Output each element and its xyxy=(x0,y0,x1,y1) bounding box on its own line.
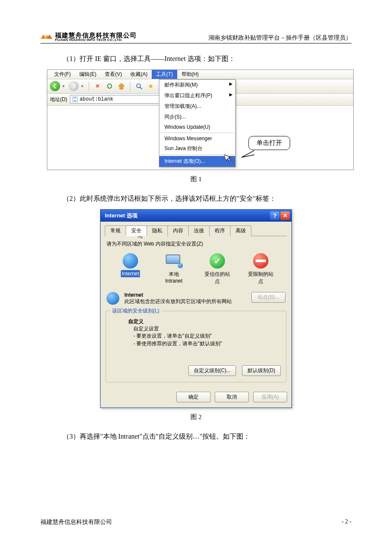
menu-internet-options[interactable]: Internet 选项(O)... xyxy=(159,156,235,167)
zone-internet[interactable]: Internet xyxy=(113,253,147,285)
intranet-icon xyxy=(166,254,182,267)
default-level-button[interactable]: 默认级别(D) xyxy=(242,365,281,376)
favorites-button[interactable]: ★ xyxy=(146,81,156,91)
page-footer: 福建慧舟信息科技有限公司 - 2 - xyxy=(40,518,352,526)
tab-security[interactable]: 安全 xyxy=(126,225,147,236)
menu-sun-java[interactable]: Sun Java 控制台 xyxy=(159,143,235,154)
document-header: 福建慧舟信息科技有限公司 FUJIAN HUIZHOU INFO TECH CO… xyxy=(40,32,352,43)
tab-advanced[interactable]: 高级 xyxy=(230,225,251,236)
toolbar-separator xyxy=(89,81,89,91)
sites-button[interactable]: 站点(S)... xyxy=(251,292,285,303)
svg-line-1 xyxy=(140,87,142,90)
security-zones: Internet 本地 Intranet ✓ 受信任的站 点 受限制的站 xyxy=(105,251,287,289)
back-dropdown-icon[interactable]: ▼ xyxy=(62,84,65,88)
security-level-legend: 该区域的安全级别(L) xyxy=(110,307,161,315)
trusted-icon: ✓ xyxy=(210,253,225,269)
menu-favorites[interactable]: 收藏(A) xyxy=(126,70,152,79)
menu-tools[interactable]: 工具(T) xyxy=(152,70,177,79)
tab-connections[interactable]: 连接 xyxy=(188,225,210,236)
level-line2: - 要使用推荐的设置，请单击"默认级别" xyxy=(133,340,281,347)
company-logo: 福建慧舟信息科技有限公司 FUJIAN HUIZHOU INFO TECH CO… xyxy=(40,32,137,42)
internet-options-dialog: Internet 选项 ? ✕ 常规 安全 隐私 内容 连接 程序 高级 xyxy=(100,209,292,408)
dialog-close-button[interactable]: ✕ xyxy=(280,211,290,220)
tab-content[interactable]: 内容 xyxy=(167,225,189,236)
logo-icon xyxy=(40,33,52,41)
ie-menubar: 文件(F) 编辑(E) 查看(V) 收藏(A) 工具(T) 帮助(H) xyxy=(47,70,353,79)
dialog-tabs: 常规 安全 隐私 内容 连接 程序 高级 xyxy=(105,225,287,236)
toolbar-separator xyxy=(130,81,130,91)
zone-detail-title: Internet xyxy=(124,292,247,298)
dialog-help-button[interactable]: ? xyxy=(270,211,280,220)
menu-windows-messenger[interactable]: Windows Messenger xyxy=(159,134,235,143)
zone-detail: Internet 此区域包含您还没有放到其它区域中的所有网站 站点(S)... xyxy=(105,289,287,306)
menu-mail-news[interactable]: 邮件和新闻(M)▶ xyxy=(159,80,235,90)
address-label: 地址(D) xyxy=(50,96,67,103)
level-custom-set: 自定义设置 xyxy=(133,325,281,332)
zone-instruction: 请为不同区域的 Web 内容指定安全设置(Z) xyxy=(107,240,287,248)
step-2-text: （2）此时系统弹出对话框如下所示，选择该对话框上方的"安全"标签： xyxy=(40,193,352,205)
security-level-group: 该区域的安全级别(L) 自定义 自定义设置 - 要更改设置，请单击"自定义级别"… xyxy=(106,311,286,383)
menu-windows-update[interactable]: Windows Update(U) xyxy=(159,122,235,132)
zone-restricted-sites[interactable]: 受限制的站 点 xyxy=(244,253,278,285)
company-name-en: FUJIAN HUIZHOU INFO TECH CO.,LTD. xyxy=(55,38,137,42)
apply-button[interactable]: 应用(A) xyxy=(253,392,287,402)
forward-dropdown-icon[interactable]: ▼ xyxy=(81,84,84,88)
restricted-icon xyxy=(253,253,268,269)
address-value: about:blank xyxy=(80,96,113,102)
dialog-titlebar: Internet 选项 ? ✕ xyxy=(101,210,291,222)
step-3-text: （3）再选择"本地 Intranet"点击"自定义级别…"按钮。如下图： xyxy=(40,431,352,443)
callout-tail xyxy=(242,150,254,158)
footer-page-number: - 2 - xyxy=(342,518,352,526)
level-line1: - 要更改设置，请单击"自定义级别" xyxy=(133,332,281,340)
step-1-text: （1）打开 IE 窗口，选择工具——Internet 选项：如下图： xyxy=(40,53,352,65)
tab-general[interactable]: 常规 xyxy=(105,225,126,236)
footer-company: 福建慧舟信息科技有限公司 xyxy=(40,518,112,526)
company-name-cn: 福建慧舟信息科技有限公司 xyxy=(55,32,137,38)
search-button[interactable] xyxy=(134,81,144,91)
zone-trusted-sites[interactable]: ✓ 受信任的站 点 xyxy=(200,253,234,285)
home-button[interactable] xyxy=(117,81,126,91)
ok-button[interactable]: 确定 xyxy=(176,392,210,402)
forward-button[interactable] xyxy=(69,81,79,91)
menu-help[interactable]: 帮助(H) xyxy=(177,70,203,79)
menu-manage-addons[interactable]: 管理加载项(A)... xyxy=(159,101,235,112)
tab-privacy[interactable]: 隐私 xyxy=(147,225,168,236)
figure-1-caption: 图 1 xyxy=(40,175,352,183)
document-title: 湖南乡镇财政补贴管理平台－操作手册（区县管理员） xyxy=(208,34,352,42)
menu-file[interactable]: 文件(F) xyxy=(50,70,75,79)
dialog-footer: 确定 取消 应用(A) xyxy=(101,387,291,408)
menu-edit[interactable]: 编辑(E) xyxy=(75,70,101,79)
zone-detail-desc: 此区域包含您还没有放到其它区域中的所有网站 xyxy=(124,298,247,305)
globe-icon xyxy=(123,253,138,269)
svg-point-0 xyxy=(136,84,140,88)
custom-level-button[interactable]: 自定义级别(C)... xyxy=(188,365,236,376)
refresh-button[interactable] xyxy=(105,81,114,91)
menu-popup-blocker[interactable]: 弹出窗口阻止程序(P)▶ xyxy=(159,90,235,101)
level-custom: 自定义 xyxy=(128,318,281,325)
globe-icon xyxy=(107,292,119,305)
figure-2-caption: 图 2 xyxy=(40,413,352,421)
back-button[interactable] xyxy=(50,81,60,91)
menu-sync[interactable]: 同步(S)... xyxy=(159,112,235,122)
menu-view[interactable]: 查看(V) xyxy=(101,70,126,79)
dialog-title-text: Internet 选项 xyxy=(105,212,138,220)
zone-local-intranet[interactable]: 本地 Intranet xyxy=(157,253,191,285)
tab-programs[interactable]: 程序 xyxy=(209,225,231,236)
ie-page-icon xyxy=(72,96,78,102)
ie-window-figure: 文件(F) 编辑(E) 查看(V) 收藏(A) 工具(T) 帮助(H) ▼ ▼ … xyxy=(47,69,354,170)
callout-bubble: 单击打开 xyxy=(248,136,290,150)
cancel-button[interactable]: 取消 xyxy=(215,392,249,402)
stop-button[interactable]: ✕ xyxy=(93,81,102,91)
